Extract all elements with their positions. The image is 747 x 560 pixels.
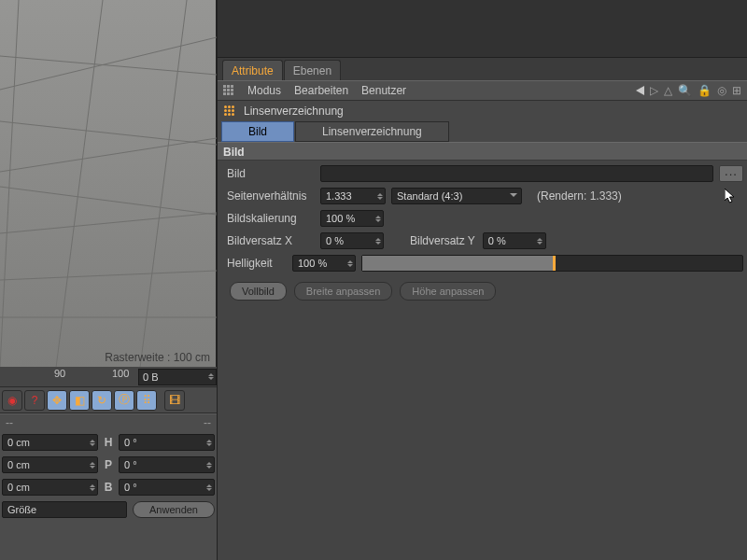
button-hoehe-anpassen[interactable]: Höhe anpassen — [400, 282, 496, 301]
object-header: Linsenverzeichnung — [218, 101, 747, 121]
tool-row: ◉ ? ✥ ◧ ↻ Ⓟ ⠿ 🎞 — [0, 387, 217, 413]
svg-line-3 — [0, 138, 217, 172]
spinner-scale[interactable] — [374, 211, 382, 226]
tool-rotate[interactable]: ↻ — [92, 390, 112, 411]
spinner-hell[interactable] — [345, 256, 354, 271]
move-icon: ✥ — [52, 394, 62, 407]
input-aspect-ratio[interactable]: 1.333 — [320, 188, 386, 204]
label-b: B — [102, 481, 115, 494]
select-aspect-preset[interactable]: Standard (4:3) — [391, 188, 522, 204]
label-seitenverhaeltnis: Seitenverhältnis — [227, 189, 315, 203]
svg-line-2 — [0, 213, 217, 233]
attribute-manager: Attribute Ebenen Modus Bearbeiten Benutz… — [217, 0, 747, 560]
menu-benutzer[interactable]: Benutzer — [361, 84, 406, 97]
label-render-aspect: (Rendern: 1.333) — [537, 189, 622, 203]
svg-line-7 — [140, 0, 187, 368]
bottom-panel: 90 100 0 B ◉ ? ✥ ◧ ↻ Ⓟ ⠿ 🎞 ---- 0 cm H 0… — [0, 367, 217, 560]
tool-film[interactable]: 🎞 — [164, 390, 185, 411]
record-button[interactable]: ◉ — [2, 390, 22, 411]
input-offset-x[interactable]: 0 % — [320, 232, 384, 249]
menu-modus[interactable]: Modus — [247, 84, 281, 97]
button-browse-bild[interactable]: ... — [719, 165, 743, 182]
input-pos-y[interactable]: 0 cm — [2, 456, 98, 473]
coord-dashes-right: -- — [204, 416, 211, 429]
menu-bearbeiten[interactable]: Bearbeiten — [294, 84, 348, 97]
help-button[interactable]: ? — [24, 390, 45, 411]
button-anwenden[interactable]: Anwenden — [133, 501, 215, 518]
label-bildversatz-y: Bildversatz Y — [410, 234, 475, 247]
viewport-grid — [0, 0, 217, 368]
value-size-mode: Größe — [7, 504, 36, 515]
tool-param[interactable]: Ⓟ — [114, 390, 134, 411]
viewport-grid-size: Rasterweite : 100 cm — [105, 351, 210, 364]
tool-move[interactable]: ✥ — [47, 390, 67, 411]
spinner-offx[interactable] — [374, 233, 382, 248]
viewport-3d[interactable]: Rasterweite : 100 cm — [0, 0, 217, 368]
label-bildskalierung: Bildskalierung — [227, 212, 315, 225]
value-bild-scale: 100 % — [326, 213, 355, 224]
input-pos-z[interactable]: 0 cm — [2, 479, 98, 496]
nav-fwd-icon[interactable]: ▷ — [650, 84, 658, 97]
label-bild: Bild — [227, 167, 315, 180]
lock-icon[interactable]: 🔒 — [698, 84, 712, 97]
svg-line-5 — [0, 0, 19, 368]
grid-icon: ⠿ — [143, 394, 151, 407]
timeline-tick-90: 90 — [54, 368, 65, 379]
label-p: P — [102, 458, 115, 471]
svg-line-4 — [0, 37, 217, 90]
value-offset-y: 0 % — [488, 235, 506, 246]
button-breite-anpassen[interactable]: Breite anpassen — [294, 282, 393, 301]
attribute-grid-icon[interactable] — [223, 85, 234, 96]
search-icon[interactable]: 🔍 — [678, 84, 692, 97]
target-icon[interactable]: ◎ — [717, 84, 726, 97]
properties-panel: Bild ... Seitenverhältnis 1.333 Standard… — [218, 161, 747, 310]
button-vollbild[interactable]: Vollbild — [230, 282, 287, 301]
spinner-frame[interactable] — [206, 370, 215, 385]
value-aspect-ratio: 1.333 — [326, 190, 352, 202]
tool-points[interactable]: ⠿ — [136, 390, 157, 411]
section-bild-header: Bild — [218, 142, 747, 161]
attribute-menubar: Modus Bearbeiten Benutzer ▷ △ 🔍 🔒 ◎ ⊞ — [218, 80, 747, 101]
cube-icon: ◧ — [75, 394, 85, 407]
spinner-offy[interactable] — [536, 233, 544, 248]
nav-back-icon[interactable] — [636, 86, 644, 95]
tab-attribute[interactable]: Attribute — [222, 60, 283, 80]
panel-tabs: Attribute Ebenen — [218, 58, 747, 80]
rotate-icon: ↻ — [97, 394, 106, 407]
tool-cube[interactable]: ◧ — [69, 390, 90, 411]
coordinates-panel: ---- 0 cm H 0 ° 0 cm P 0 ° 0 cm B 0 ° Gr… — [0, 413, 217, 521]
input-current-frame[interactable]: 0 B — [138, 369, 217, 385]
input-bild-scale[interactable]: 100 % — [320, 210, 384, 227]
input-pos-x[interactable]: 0 cm — [2, 434, 98, 451]
svg-line-10 — [0, 187, 217, 215]
timeline[interactable]: 90 100 0 B — [0, 367, 217, 387]
object-subtabs: Bild Linsenverzeichnung — [218, 121, 747, 142]
new-icon[interactable]: ⊞ — [732, 84, 741, 97]
input-rot-h[interactable]: 0 ° — [119, 434, 215, 451]
input-rot-p[interactable]: 0 ° — [119, 456, 215, 473]
tab-ebenen[interactable]: Ebenen — [284, 60, 341, 80]
timeline-tick-100: 100 — [112, 368, 129, 379]
svg-line-6 — [56, 0, 103, 368]
value-offset-x: 0 % — [326, 235, 344, 246]
svg-line-1 — [0, 271, 217, 280]
label-bildversatz-x: Bildversatz X — [227, 234, 315, 247]
svg-line-8 — [0, 56, 217, 75]
value-aspect-preset: Standard (4:3) — [397, 190, 462, 202]
input-bild-path[interactable] — [320, 165, 713, 182]
input-rot-b[interactable]: 0 ° — [119, 479, 215, 496]
value-current-frame: 0 B — [143, 371, 159, 383]
label-h: H — [102, 436, 115, 449]
nav-up-icon[interactable]: △ — [664, 84, 672, 97]
slider-helligkeit[interactable] — [361, 255, 743, 272]
coord-dashes-left: -- — [6, 416, 13, 429]
input-offset-y[interactable]: 0 % — [483, 232, 546, 249]
subtab-linsenverzeichnung[interactable]: Linsenverzeichnung — [295, 121, 449, 142]
input-helligkeit[interactable]: 100 % — [292, 255, 356, 272]
panel-empty-top — [218, 0, 747, 58]
label-helligkeit: Helligkeit — [227, 257, 287, 270]
svg-line-9 — [0, 121, 217, 145]
subtab-bild[interactable]: Bild — [221, 121, 294, 142]
spinner-aspect[interactable] — [375, 189, 384, 203]
select-size-mode[interactable]: Größe — [2, 501, 127, 518]
